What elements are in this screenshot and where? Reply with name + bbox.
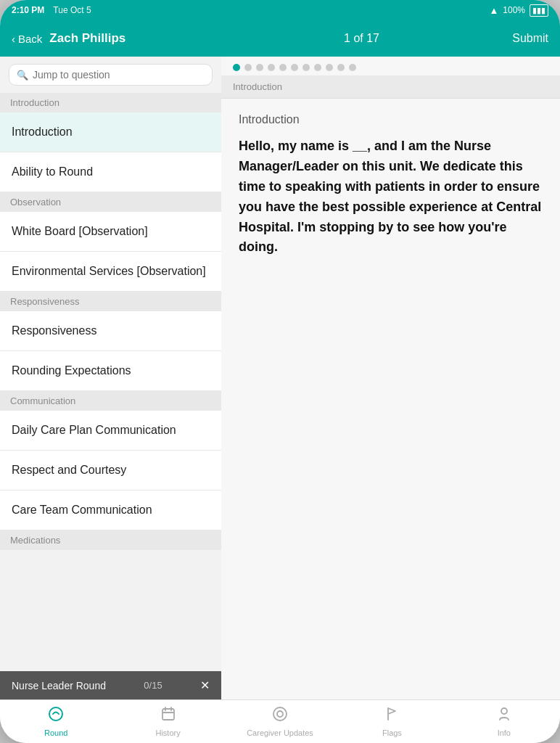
back-button[interactable]: ‹ Back	[12, 33, 42, 45]
dot-2	[244, 64, 252, 71]
nav-item-caregiver-updates[interactable]: Caregiver Updates	[224, 706, 336, 737]
pill-close-button[interactable]: ✕	[200, 678, 210, 692]
nav-label-info: Info	[498, 728, 511, 737]
app-header: ‹ Back Zach Phillips 1 of 17 Submit	[0, 20, 560, 57]
sidebar-item-responsiveness[interactable]: Responsiveness	[0, 311, 221, 351]
nav-item-flags[interactable]: Flags	[336, 706, 448, 737]
header-right: Submit	[502, 32, 560, 45]
sidebar-item-rounding-expectations[interactable]: Rounding Expectations	[0, 351, 221, 391]
svg-rect-1	[162, 709, 174, 720]
nav-label-caregiver-updates: Caregiver Updates	[247, 728, 313, 737]
sidebar-item-care-team-communication[interactable]: Care Team Communication	[0, 490, 221, 530]
pill-count: 0/15	[144, 680, 162, 691]
pill-label: Nurse Leader Round	[12, 680, 106, 691]
dot-1	[233, 64, 240, 71]
status-bar-left: 2:10 PM Tue Oct 5	[12, 5, 91, 15]
section-header-observation: Observation	[0, 192, 221, 212]
section-header-communication: Communication	[0, 391, 221, 411]
nav-item-history[interactable]: History	[112, 706, 223, 737]
battery-icon: ▮▮▮	[530, 4, 548, 17]
sidebar-item-environmental-services[interactable]: Environmental Services [Observation]	[0, 252, 221, 292]
round-icon	[48, 706, 64, 726]
sidebar-item-introduction[interactable]: Introduction	[0, 112, 221, 152]
status-time: 2:10 PM	[12, 5, 44, 15]
nav-label-flags: Flags	[382, 728, 402, 737]
sidebar-item-respect-courtesy[interactable]: Respect and Courtesy	[0, 451, 221, 490]
submit-button[interactable]: Submit	[512, 32, 548, 45]
dot-11	[349, 64, 356, 71]
search-icon: 🔍	[17, 70, 28, 81]
content-section-label: Introduction	[221, 75, 560, 99]
dot-6	[291, 64, 298, 71]
dots-container	[221, 57, 560, 75]
section-header-medications: Medications	[0, 530, 221, 550]
search-input[interactable]	[33, 69, 205, 81]
search-box: 🔍	[0, 57, 221, 93]
content-body: Introduction Hello, my name is __, and I…	[221, 99, 560, 699]
sidebar-item-white-board[interactable]: White Board [Observation]	[0, 212, 221, 252]
nav-item-round[interactable]: Round	[0, 706, 112, 737]
bottom-nav: Round History Caregiver Updates	[0, 699, 560, 743]
caregiver-updates-icon	[272, 706, 288, 726]
dot-4	[268, 64, 275, 71]
sidebar: 🔍 Introduction Introduction Ability to R…	[0, 57, 221, 699]
main-content: 🔍 Introduction Introduction Ability to R…	[0, 57, 560, 699]
device-frame: 2:10 PM Tue Oct 5 ▲ 100% ▮▮▮ ‹ Back Zach…	[0, 0, 560, 743]
status-date: Tue Oct 5	[53, 5, 91, 15]
svg-point-6	[277, 711, 283, 717]
bottom-pill: Nurse Leader Round 0/15 ✕	[0, 671, 221, 699]
dot-3	[256, 64, 263, 71]
wifi-icon: ▲	[489, 5, 498, 16]
page-indicator: 1 of 17	[344, 32, 379, 45]
dot-8	[314, 64, 321, 71]
patient-name: Zach Phillips	[49, 31, 125, 46]
sidebar-scroll: Introduction Introduction Ability to Rou…	[0, 93, 221, 671]
status-bar-right: ▲ 100% ▮▮▮	[489, 4, 548, 17]
svg-point-5	[273, 707, 287, 721]
header-left: ‹ Back Zach Phillips	[0, 31, 221, 46]
battery-level: 100%	[503, 5, 525, 15]
nav-item-info[interactable]: Info	[448, 706, 560, 737]
section-header-introduction: Introduction	[0, 93, 221, 112]
chevron-left-icon: ‹	[12, 33, 15, 45]
nav-label-round: Round	[44, 728, 67, 737]
search-input-wrapper: 🔍	[9, 64, 213, 86]
back-label: Back	[18, 33, 42, 45]
content-text: Hello, my name is __, and I am the Nurse…	[239, 136, 543, 258]
dot-9	[326, 64, 333, 71]
content-panel: Introduction Introduction Hello, my name…	[221, 57, 560, 699]
status-bar: 2:10 PM Tue Oct 5 ▲ 100% ▮▮▮	[0, 0, 560, 20]
sidebar-item-daily-care-plan[interactable]: Daily Care Plan Communication	[0, 411, 221, 451]
svg-point-0	[49, 707, 62, 721]
info-icon	[496, 706, 512, 726]
header-center: 1 of 17	[221, 32, 502, 45]
content-title: Introduction	[239, 113, 543, 126]
nav-label-history: History	[155, 728, 180, 737]
dot-10	[337, 64, 345, 71]
dot-7	[302, 64, 310, 71]
sidebar-item-ability-to-round[interactable]: Ability to Round	[0, 152, 221, 192]
flags-icon	[384, 706, 400, 726]
history-icon	[160, 706, 176, 726]
dot-5	[279, 64, 287, 71]
section-header-responsiveness: Responsiveness	[0, 292, 221, 311]
svg-point-7	[501, 708, 507, 714]
